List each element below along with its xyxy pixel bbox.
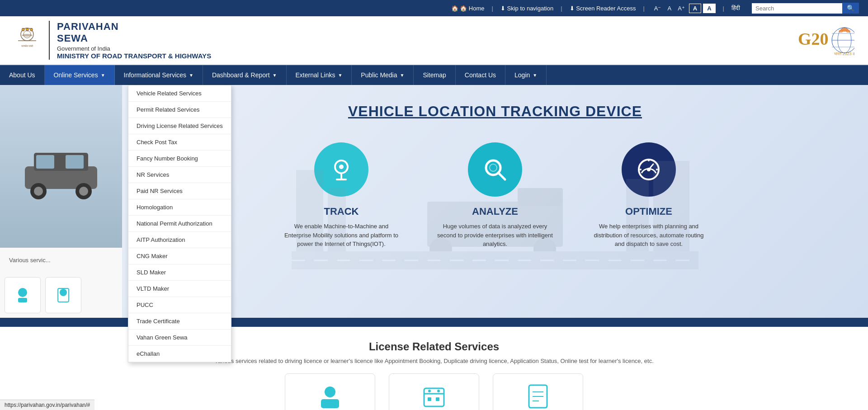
g20-logo: G20 भारत 2023 INDIA	[796, 24, 854, 56]
menu-echallan[interactable]: eChallan	[128, 346, 231, 362]
license-cards-row	[27, 373, 841, 410]
top-utility-bar: 🏠 🏠 Home | ⬇ Skip to navigation | ⬇ Scre…	[0, 0, 868, 16]
menu-check-post-tax[interactable]: Check Post Tax	[128, 134, 231, 151]
svg-rect-53	[424, 388, 444, 406]
license-card-2[interactable]	[389, 373, 479, 410]
menu-cng-maker[interactable]: CNG Maker	[128, 248, 231, 264]
screen-reader-link[interactable]: ⬇ Screen Reader Access	[570, 5, 636, 12]
optimize-text: We help enterprises with planning and di…	[590, 222, 708, 249]
svg-text:भारत 2023 INDIA: भारत 2023 INDIA	[834, 52, 854, 56]
svg-point-44	[490, 164, 497, 171]
license-person-icon	[316, 383, 344, 410]
font-bold-btn[interactable]: A	[703, 4, 715, 13]
menu-pucc[interactable]: PUCC	[128, 297, 231, 313]
svg-point-49	[656, 169, 658, 170]
analyze-title: ANALYZE	[436, 206, 554, 217]
font-small-btn[interactable]: A⁻	[652, 5, 664, 12]
nav-sitemap[interactable]: Sitemap	[414, 65, 455, 85]
menu-fancy-number[interactable]: Fancy Number Booking	[128, 151, 231, 167]
menu-sld-maker[interactable]: SLD Maker	[128, 264, 231, 281]
menu-driving-license[interactable]: Driving License Related Services	[128, 118, 231, 134]
svg-point-19	[34, 187, 43, 196]
nav-dashboard-report[interactable]: Dashboard & Report ▼	[203, 65, 287, 85]
svg-rect-25	[18, 298, 27, 302]
font-medium-btn[interactable]: A	[665, 5, 674, 12]
svg-point-50	[640, 169, 642, 170]
license-card-3[interactable]	[493, 373, 583, 410]
dashboard-arrow: ▼	[273, 73, 277, 78]
menu-vehicle-related[interactable]: Vehicle Related Services	[128, 85, 231, 102]
nav-contact-us[interactable]: Contact Us	[456, 65, 505, 85]
home-link[interactable]: 🏠 🏠 Home	[451, 5, 485, 12]
svg-text:G20: G20	[798, 29, 829, 48]
svg-point-14	[846, 30, 850, 33]
svg-rect-23	[66, 155, 84, 169]
hindi-link[interactable]: हिंदी	[731, 5, 740, 12]
search-input[interactable]	[752, 3, 842, 14]
various-services-text: Various servic...	[0, 248, 122, 273]
online-services-dropdown: Vehicle Related Services Permit Related …	[128, 85, 231, 363]
nav-external-links[interactable]: External Links ▼	[287, 65, 352, 85]
partial-card-icon-2	[54, 286, 72, 304]
logo-area: 🦁🦁🦁 सत्यमेव जयते PARIVAHANSEWA Governmen…	[14, 21, 211, 60]
banner-section: VEHICLE LOCATION TRACKING DEVICE TRACK W…	[122, 85, 868, 318]
svg-rect-57	[428, 397, 431, 401]
track-text: We enable Machine-to-Machine and Enterpr…	[283, 222, 400, 249]
banner-cards: TRACK We enable Machine-to-Machine and E…	[149, 142, 841, 249]
nav-login[interactable]: Login ▼	[505, 65, 547, 85]
online-services-arrow: ▼	[101, 73, 105, 78]
home-icon: 🏠	[451, 5, 458, 12]
svg-point-48	[648, 160, 650, 161]
svg-rect-52	[321, 399, 339, 408]
svg-point-55	[428, 390, 431, 392]
svg-point-24	[18, 288, 27, 297]
brand-name: PARIVAHANSEWA	[57, 21, 211, 44]
gov-name: Government of India	[57, 45, 211, 52]
font-controls: A⁻ A A⁺ A A	[652, 4, 716, 13]
left-panel: Various servic...	[0, 85, 122, 318]
login-arrow: ▼	[533, 73, 537, 78]
analyze-icon-circle	[468, 142, 522, 197]
menu-national-permit[interactable]: National Permit Authorization	[128, 216, 231, 232]
svg-point-21	[79, 187, 88, 196]
svg-point-39	[339, 165, 344, 169]
external-links-arrow: ▼	[338, 73, 342, 78]
search-button[interactable]: 🔍	[842, 3, 859, 14]
analyze-text: Huge volumes of data is analyzed every s…	[436, 222, 554, 249]
menu-vahan-green[interactable]: Vahan Green Sewa	[128, 330, 231, 346]
nav-public-media[interactable]: Public Media ▼	[352, 65, 414, 85]
menu-vltd-maker[interactable]: VLTD Maker	[128, 281, 231, 297]
font-large-btn[interactable]: A⁺	[675, 5, 687, 12]
menu-paid-nr-services[interactable]: Paid NR Services	[128, 183, 231, 199]
banner-title: VEHICLE LOCATION TRACKING DEVICE	[149, 103, 841, 120]
svg-rect-22	[36, 155, 54, 169]
font-dark-btn[interactable]: A	[689, 4, 701, 13]
menu-aitp[interactable]: AITP Authorization	[128, 232, 231, 248]
main-navbar: About Us Online Services ▼ Informational…	[0, 65, 868, 85]
speedometer-icon	[635, 156, 662, 183]
menu-permit-related[interactable]: Permit Related Services	[128, 102, 231, 118]
menu-nr-services[interactable]: NR Services	[128, 167, 231, 183]
svg-point-56	[437, 390, 440, 392]
partial-card-icon-1	[14, 286, 32, 304]
svg-text:🦁🦁🦁: 🦁🦁🦁	[21, 28, 33, 32]
menu-trade-cert[interactable]: Trade Certificate	[128, 313, 231, 330]
license-card-1[interactable]	[285, 373, 375, 410]
nav-informational-services[interactable]: Informational Services ▼	[115, 65, 203, 85]
nav-about-us[interactable]: About Us	[0, 65, 45, 85]
skip-nav-link[interactable]: ⬇ Skip to navigation	[500, 5, 553, 12]
menu-homologation[interactable]: Homologation	[128, 199, 231, 216]
search-wrapper: 🔍	[752, 3, 859, 14]
car-illustration	[16, 121, 106, 212]
track-card: TRACK We enable Machine-to-Machine and E…	[283, 142, 400, 249]
emblem-icon: 🦁🦁🦁 सत्यमेव जयते	[14, 24, 41, 56]
license-document-icon	[524, 383, 552, 410]
track-icon-circle	[314, 142, 368, 197]
license-calendar-icon	[420, 383, 448, 410]
search-analyze-icon	[481, 156, 509, 183]
svg-text:सत्यमेव जयते: सत्यमेव जयते	[21, 44, 34, 47]
svg-rect-36	[292, 251, 698, 269]
nav-online-services[interactable]: Online Services ▼	[45, 65, 115, 85]
public-media-arrow: ▼	[400, 73, 405, 78]
track-title: TRACK	[283, 206, 400, 217]
